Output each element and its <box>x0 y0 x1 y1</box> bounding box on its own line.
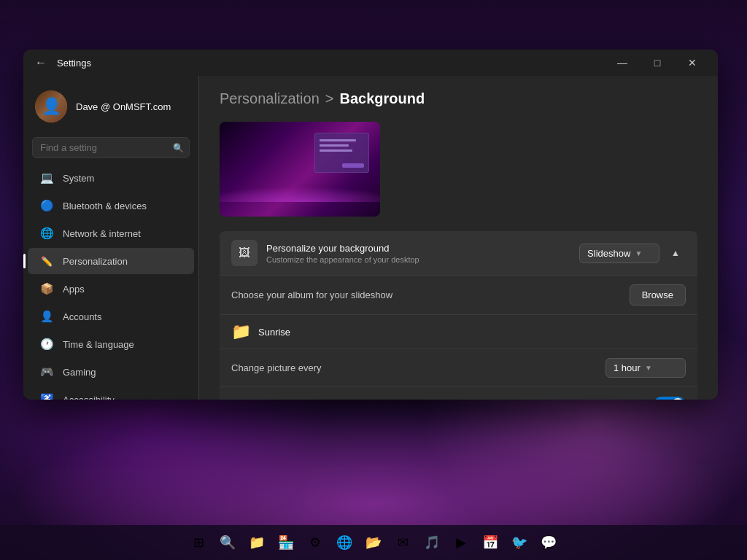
preview-window <box>314 133 369 173</box>
choose-album-row: Choose your album for your slideshow Bro… <box>220 276 697 315</box>
minimize-button[interactable]: — <box>605 51 639 74</box>
breadcrumb-separator: > <box>325 90 334 107</box>
sidebar-item-label: Personalization <box>63 256 128 267</box>
sidebar-item-label: Accounts <box>63 311 101 322</box>
change-picture-row: Change picture every 1 hour ▼ <box>220 349 697 387</box>
browse-button[interactable]: Browse <box>630 284 686 306</box>
preview-line <box>320 139 356 141</box>
sidebar-item-label: Bluetooth & devices <box>63 201 147 211</box>
breadcrumb: Personalization > Background <box>220 90 697 107</box>
taskbar-store[interactable]: 🏪 <box>273 529 299 556</box>
preview-line <box>320 144 349 147</box>
search-box: 🔍 <box>32 137 190 158</box>
album-name: Sunrise <box>258 327 290 338</box>
preview-desktop <box>220 122 380 217</box>
preview-wave <box>220 173 380 202</box>
personalize-control: Slideshow ▼ ▲ <box>579 244 686 263</box>
shuffle-row: Shuffle the picture order On <box>220 387 697 400</box>
sidebar-item-label: Network & internet <box>63 228 141 239</box>
time-icon: 🕐 <box>39 337 54 351</box>
taskbar: ⊞ 🔍 📁 🏪 ⚙ 🌐 📂 ✉ 🎵 ▶ 📅 🐦 💬 <box>0 525 747 560</box>
sidebar-item-accounts[interactable]: 👤 Accounts <box>28 303 194 330</box>
taskbar-teams[interactable]: 💬 <box>535 529 562 556</box>
sidebar-item-time[interactable]: 🕐 Time & language <box>28 331 194 357</box>
sidebar-item-label: Time & language <box>63 339 134 350</box>
sidebar-item-apps[interactable]: 📦 Apps <box>28 276 194 302</box>
personalize-icon: 🖼 <box>231 240 258 266</box>
sidebar-item-bluetooth[interactable]: 🔵 Bluetooth & devices <box>28 192 194 219</box>
avatar <box>35 90 67 122</box>
shuffle-toggle[interactable] <box>654 397 686 400</box>
preview-btn-bar <box>342 163 364 168</box>
folder-icon: 📁 <box>231 322 251 341</box>
accounts-icon: 👤 <box>39 309 54 324</box>
personalize-desc: Customize the appearance of your desktop <box>266 255 579 264</box>
sidebar-item-label: Apps <box>63 284 85 295</box>
folder-row: 📁 Sunrise <box>220 315 697 349</box>
accessibility-icon: ♿ <box>39 392 54 400</box>
user-profile: Dave @ OnMSFT.com <box>23 82 198 131</box>
preview-line <box>320 149 352 152</box>
network-icon: 🌐 <box>39 226 54 241</box>
search-icon: 🔍 <box>173 143 184 153</box>
taskbar-start[interactable]: ⊞ <box>185 529 212 556</box>
settings-window: ← Settings — □ ✕ Dave @ OnMSFT.com 🔍 <box>23 50 718 400</box>
background-preview <box>220 122 380 217</box>
personalize-label: Personalize your background <box>266 243 579 254</box>
avatar-image <box>35 90 67 122</box>
apps-icon: 📦 <box>39 281 54 296</box>
breadcrumb-parent: Personalization <box>220 90 320 107</box>
content-area: Dave @ OnMSFT.com 🔍 💻 System 🔵 Bluetooth… <box>23 76 718 400</box>
choose-album-label: Choose your album for your slideshow <box>231 289 630 300</box>
sidebar-item-gaming[interactable]: 🎮 Gaming <box>28 359 194 385</box>
main-content: Personalization > Background <box>199 76 718 400</box>
title-bar: ← Settings — □ ✕ <box>23 50 718 76</box>
sidebar-item-network[interactable]: 🌐 Network & internet <box>28 220 194 246</box>
chevron-down-icon: ▼ <box>635 249 642 257</box>
taskbar-media[interactable]: ▶ <box>448 529 474 556</box>
personalize-dropdown[interactable]: Slideshow ▼ <box>579 244 659 263</box>
personalize-row: 🖼 Personalize your background Customize … <box>220 231 697 276</box>
expand-button[interactable]: ▲ <box>665 245 686 261</box>
taskbar-mail[interactable]: ✉ <box>390 529 416 556</box>
taskbar-twitter[interactable]: 🐦 <box>506 529 533 556</box>
personalization-icon: ✏️ <box>39 254 54 268</box>
sidebar-item-label: Gaming <box>63 367 96 378</box>
close-button[interactable]: ✕ <box>676 51 709 74</box>
shuffle-status: On <box>635 399 648 400</box>
back-button[interactable]: ← <box>32 53 50 72</box>
sidebar-item-personalization[interactable]: ✏️ Personalization <box>28 248 194 274</box>
change-picture-dropdown[interactable]: 1 hour ▼ <box>605 358 686 378</box>
system-icon: 💻 <box>39 171 54 185</box>
sidebar-item-accessibility[interactable]: ♿ Accessibility <box>28 386 194 400</box>
toggle-thumb <box>671 398 684 400</box>
taskbar-settings[interactable]: ⚙ <box>302 529 328 556</box>
preview-lines <box>315 133 368 158</box>
shuffle-label: Shuffle the picture order <box>231 399 635 400</box>
breadcrumb-current: Background <box>339 90 425 107</box>
gaming-icon: 🎮 <box>39 365 54 379</box>
personalize-text: Personalize your background Customize th… <box>266 243 579 264</box>
sidebar-item-system[interactable]: 💻 System <box>28 165 194 191</box>
change-picture-value: 1 hour <box>614 362 640 373</box>
taskbar-calendar[interactable]: 📅 <box>477 529 503 556</box>
change-picture-label: Change picture every <box>231 362 605 373</box>
taskbar-search[interactable]: 🔍 <box>214 529 241 556</box>
settings-panel: 🖼 Personalize your background Customize … <box>220 231 697 400</box>
search-input[interactable] <box>32 137 190 158</box>
taskbar-spotify[interactable]: 🎵 <box>419 529 445 556</box>
shuffle-control: On <box>635 397 686 400</box>
chevron-down-icon: ▼ <box>645 364 652 372</box>
personalize-value: Slideshow <box>587 248 630 259</box>
taskbar-edge[interactable]: 🌐 <box>331 529 357 556</box>
maximize-button[interactable]: □ <box>640 51 674 74</box>
taskbar-files[interactable]: 📁 <box>244 529 270 556</box>
bluetooth-icon: 🔵 <box>39 198 54 213</box>
sidebar: Dave @ OnMSFT.com 🔍 💻 System 🔵 Bluetooth… <box>23 76 198 400</box>
sidebar-item-label: Accessibility <box>63 394 115 400</box>
user-name: Dave @ OnMSFT.com <box>76 101 171 112</box>
window-controls: — □ ✕ <box>605 51 709 74</box>
taskbar-explorer[interactable]: 📂 <box>360 529 387 556</box>
window-title: Settings <box>57 58 605 69</box>
sidebar-item-label: System <box>63 173 94 184</box>
